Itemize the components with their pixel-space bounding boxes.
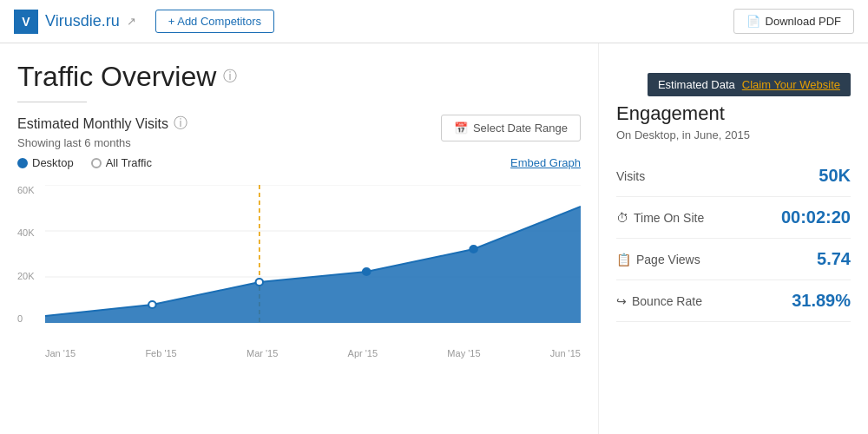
estimated-label: Estimated Data [658,78,735,91]
pdf-icon: 📄 [746,15,760,28]
left-panel: Traffic Overview ⓘ Estimated Monthly Vis… [0,43,599,434]
monthly-visits-info-icon[interactable]: ⓘ [174,115,187,133]
graph-area: Desktop All Traffic Embed Graph 0 20K 40… [17,156,581,347]
x-label-mar: Mar '15 [247,348,278,358]
showing-text: Showing last 6 months [17,136,187,149]
calendar-icon: 📅 [454,122,468,135]
x-label-may: May '15 [447,348,480,358]
metric-row-visits: Visits 50K [616,155,851,197]
svg-marker-5 [45,207,581,323]
all-traffic-radio[interactable]: All Traffic [91,156,152,169]
traffic-filter-row: Desktop All Traffic Embed Graph [17,156,581,169]
metric-row-bounce-rate: ↪ Bounce Rate 31.89% [616,280,851,322]
y-label-40k: 40K [17,227,43,238]
y-label-60k: 60K [17,185,43,195]
y-label-0: 0 [17,313,43,324]
download-pdf-button[interactable]: 📄 Download PDF [733,9,854,34]
page-views-value: 5.74 [817,249,851,269]
page-views-icon: 📋 [616,253,631,266]
add-competitors-button[interactable]: + Add Competitors [155,10,274,33]
site-name[interactable]: Virusdie.ru [45,12,120,30]
title-divider [17,102,87,102]
time-on-site-label: ⏱ Time On Site [616,211,704,225]
logo-icon: V [14,10,38,34]
main-content: Traffic Overview ⓘ Estimated Monthly Vis… [0,43,868,434]
download-pdf-label: Download PDF [766,15,841,28]
engagement-title: Engagement [616,102,851,125]
right-panel: Estimated Data Claim Your Website Engage… [599,43,868,434]
page-views-label: 📋 Page Views [616,253,700,266]
area-chart [45,185,581,324]
x-label-apr: Apr '15 [348,348,378,358]
y-axis: 0 20K 40K 60K [17,185,43,324]
time-on-site-value: 00:02:20 [781,207,851,227]
svg-point-6 [148,301,156,308]
engagement-subtitle: On Desktop, in June, 2015 [616,128,851,141]
y-label-20k: 20K [17,271,43,281]
svg-point-9 [470,246,477,253]
bounce-rate-label: ↪ Bounce Rate [616,294,702,308]
all-traffic-label: All Traffic [106,156,152,169]
bounce-rate-value: 31.89% [792,291,851,311]
all-traffic-radio-dot [91,158,102,168]
x-axis: Jan '15 Feb '15 Mar '15 Apr '15 May '15 … [45,345,581,358]
time-icon: ⏱ [616,211,628,225]
desktop-radio[interactable]: Desktop [17,156,74,169]
engagement-section: Engagement On Desktop, in June, 2015 Vis… [616,102,851,322]
x-label-jan: Jan '15 [45,348,76,358]
chart-svg-area [45,185,581,324]
section-header: Estimated Monthly Visits ⓘ Showing last … [17,115,581,149]
metric-row-time-on-site: ⏱ Time On Site 00:02:20 [616,197,851,239]
svg-point-7 [256,279,264,286]
claim-your-website-link[interactable]: Claim Your Website [742,78,840,91]
traffic-title-info-icon[interactable]: ⓘ [223,68,237,86]
desktop-radio-dot [17,158,28,168]
chart-container: 0 20K 40K 60K [17,185,581,358]
traffic-overview-title: Traffic Overview ⓘ [17,61,581,93]
x-label-feb: Feb '15 [145,348,176,358]
embed-graph-link[interactable]: Embed Graph [510,156,581,169]
visits-value: 50K [819,166,851,186]
logo-area: V Virusdie.ru ↗ + Add Competitors [14,10,274,34]
bounce-rate-icon: ↪ [616,294,627,308]
monthly-visits-title: Estimated Monthly Visits ⓘ [17,115,187,133]
svg-point-8 [363,268,371,275]
monthly-visits-section: Estimated Monthly Visits ⓘ Showing last … [17,115,187,149]
metric-row-page-views: 📋 Page Views 5.74 [616,239,851,280]
select-date-range-button[interactable]: 📅 Select Date Range [441,115,581,141]
estimated-data-bar: Estimated Data Claim Your Website [648,73,851,96]
desktop-label: Desktop [32,156,74,169]
header: V Virusdie.ru ↗ + Add Competitors 📄 Down… [0,0,868,43]
external-link-icon: ↗ [127,15,136,28]
visits-label: Visits [616,169,645,183]
x-label-jun: Jun '15 [550,348,581,358]
